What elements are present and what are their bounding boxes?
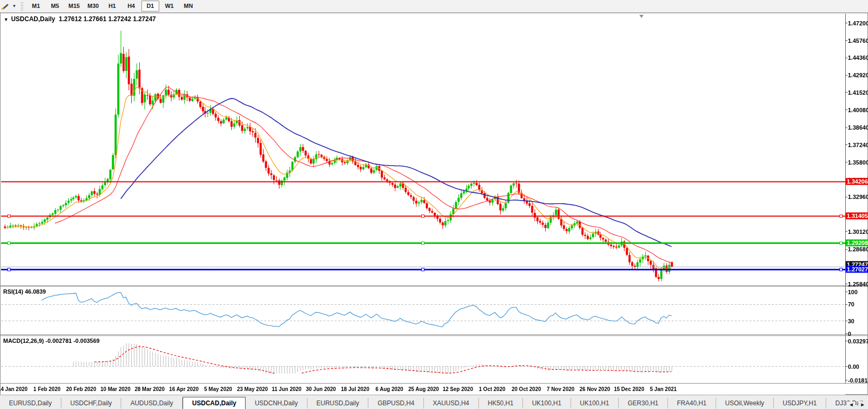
date-label: 11 Jun 2020 [272,386,302,392]
timeframe-button-w1[interactable]: W1 [160,1,178,12]
date-label: 10 Mar 2020 [101,386,131,392]
macd-tick: 0.032972 [848,338,868,344]
date-label: 20 Feb 2020 [66,386,96,392]
pane-splitter-macd[interactable] [1,334,868,335]
rsi-tick-dash [845,333,847,334]
price-tick-dash [845,75,847,76]
chart-tab-bar: EURUSD,DailyUSDCHF,DailyAUDUSD,DailyUSDC… [0,395,868,409]
date-label: 26 Nov 2020 [580,386,610,392]
timeframe-button-group: M1M5M15M30H1H4D1W1MN [26,1,198,12]
macd-indicator-label: MACD(12,26,9) -0.002781 -0.003569 [3,338,100,344]
hline-price-label-0: 1.34206 [846,178,868,185]
price-tick-dash [845,23,847,23]
pane-splitter-rsi[interactable] [1,285,868,286]
tab-scroll-left-icon[interactable]: ◄ [847,402,855,407]
rsi-indicator-label: RSI(14) 46.0839 [3,288,46,295]
ohlc-open: 1.27612 [59,15,82,23]
price-chart-canvas[interactable] [1,13,868,395]
timeframe-button-m15[interactable]: M15 [65,1,83,12]
chart-tab-eurusd-daily[interactable]: EURUSD,Daily [308,398,369,408]
timeframe-button-m5[interactable]: M5 [46,1,64,12]
price-tick-dash [845,144,847,145]
chart-tab-xauusd-h4[interactable]: XAUUSD,H4 [424,398,479,408]
date-label: 1 Oct 2020 [479,386,505,392]
rsi-tick: 30 [848,318,854,324]
chart-tab-usdcnh-daily[interactable]: USDCNH,Daily [246,398,307,408]
tool-dropdown-caret-icon[interactable]: ▼ [12,4,16,8]
date-label: 23 May 2020 [237,386,268,392]
trendline-tool-icon[interactable] [1,2,11,11]
date-label: 28 Mar 2020 [134,386,165,392]
chart-tab-eurusd-daily[interactable]: EURUSD,Daily [0,398,61,408]
timeframe-button-h4[interactable]: H4 [122,1,140,12]
pane-splitter-macd-2 [1,335,868,336]
date-label: 18 Jul 2020 [341,386,369,392]
timeframe-button-mn[interactable]: MN [179,1,197,12]
chart-tab-hk50-h1[interactable]: HK50,H1 [479,398,523,408]
symbol-period-label: USDCAD,Daily [11,15,55,23]
price-tick: 1.37240 [848,142,868,148]
macd-tick-dash [845,366,847,367]
rsi-tick-dash [845,304,847,305]
chart-tab-uk100-h1[interactable]: UK100,H1 [571,398,619,408]
tab-scroll-controls: ◄ ► [847,402,867,407]
date-label: 30 Jun 2020 [306,386,336,392]
rsi-tick-dash [845,321,847,321]
chart-tab-usoil-weekly[interactable]: USOil,Weekly [716,398,774,408]
macd-tick-dash [845,380,847,380]
timeframe-button-d1[interactable]: D1 [141,1,159,12]
macd-tick: -0.018154 [848,377,868,384]
date-label: 5 May 2020 [204,386,232,392]
price-tick-dash [845,40,847,41]
price-tick: 1.44360 [848,54,868,61]
rsi-tick: 70 [848,301,854,307]
price-tick-dash [845,128,847,128]
chart-tab-ger30-h1[interactable]: GER30,H1 [619,398,668,408]
trading-platform: ▼ M1M5M15M30H1H4D1W1MN ▼USDCAD,Daily 1.2… [0,0,868,409]
price-tick: 1.40080 [848,107,868,113]
rsi-tick: 0 [848,331,851,337]
tab-scroll-right-icon[interactable]: ► [858,402,867,407]
chart-bottom-border [1,383,868,384]
macd-tick-dash [845,341,847,341]
price-tick: 1.45760 [848,38,868,44]
toolbar-grip[interactable] [21,2,23,11]
price-tick-dash [845,249,847,250]
date-axis: 14 Jan 20201 Feb 202020 Feb 202010 Mar 2… [1,384,845,395]
ohlc-high: 1.27661 [84,15,106,23]
price-tick: 1.30120 [848,229,868,235]
chart-tabs: EURUSD,DailyUSDCHF,DailyAUDUSD,DailyUSDC… [0,397,868,409]
collapse-icon[interactable]: ▼ [4,17,8,22]
rsi-tick: 100 [848,289,857,295]
date-label: 14 Jan 2020 [0,386,28,392]
price-tick-dash [845,110,847,110]
price-tick-dash [845,162,847,162]
rsi-tick-dash [845,292,847,292]
chart-window: ▼USDCAD,Daily 1.27612 1.27661 1.27242 1.… [0,13,868,395]
chart-tab-gbpusd-h4[interactable]: GBPUSD,H4 [368,398,423,408]
timeframe-button-h1[interactable]: H1 [103,1,121,12]
price-tick: 1.41520 [848,89,868,96]
price-tick: 1.38640 [848,124,868,131]
hline-price-label-2: 1.29208 [846,239,868,246]
macd-tick: 0.00 [848,363,859,370]
chart-tab-usdchf-daily[interactable]: USDCHF,Daily [61,398,122,408]
date-label: 5 Jan 2021 [650,386,677,392]
chart-tab-uk100-h1[interactable]: UK100,H1 [523,398,571,408]
timeframe-button-m1[interactable]: M1 [27,1,45,12]
chart-tab-fra40-h1[interactable]: FRA40,H1 [668,398,716,408]
timeframe-button-m30[interactable]: M30 [84,1,102,12]
date-label: 6 Aug 2020 [375,386,403,392]
price-tick-dash [845,58,847,58]
ohlc-close: 1.27247 [133,15,156,23]
chart-tab-usdjpy-h1[interactable]: USDJPY,H1 [774,398,826,408]
date-label: 12 Sep 2020 [442,386,473,392]
chart-tab-usdcad-daily[interactable]: USDCAD,Daily [183,397,246,409]
price-tick-dash [845,92,847,93]
chart-tab-audusd-daily[interactable]: AUDUSD,Daily [121,398,183,408]
hline-price-label-3: 1.27027 [846,266,868,272]
date-label: 25 Aug 2020 [408,386,439,392]
date-label: 1 Feb 2020 [33,386,60,392]
price-tick-dash [845,284,847,284]
date-label: 16 Apr 2020 [169,386,199,392]
